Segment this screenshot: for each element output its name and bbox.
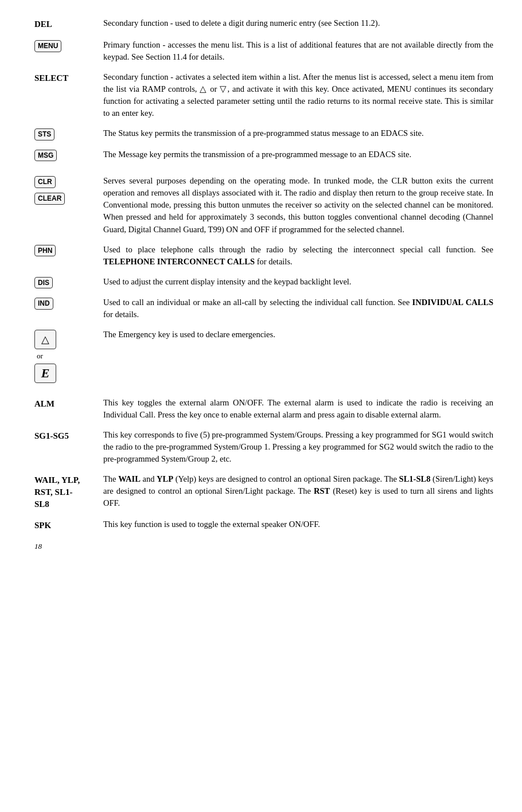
- desc-ind: Used to call an individual or make an al…: [103, 296, 493, 321]
- entry-dis: DIS Used to adjust the current display i…: [34, 276, 493, 289]
- clear-key-icon: CLEAR: [34, 193, 65, 205]
- entry-phn: PHN Used to place telephone calls throug…: [34, 244, 493, 268]
- msg-key-icon: MSG: [34, 150, 57, 162]
- label-emergency: △ or E: [34, 329, 103, 383]
- entry-alm: ALM This key toggles the external alarm …: [34, 397, 493, 421]
- label-dis: DIS: [34, 276, 103, 289]
- desc-dis: Used to adjust the current display inten…: [103, 276, 493, 288]
- desc-wail: The WAIL and YLP (Yelp) keys are designe…: [103, 473, 493, 509]
- label-menu: MENU: [34, 39, 103, 52]
- clr-key-icon: CLR: [34, 176, 56, 188]
- entry-emergency: △ or E The Emergency key is used to decl…: [34, 329, 493, 383]
- e-key-icon: E: [34, 364, 56, 383]
- desc-emergency: The Emergency key is used to declare eme…: [103, 329, 493, 341]
- or-label: or: [37, 351, 43, 362]
- label-del: DEL: [34, 17, 103, 31]
- desc-menu: Primary function - accesses the menu lis…: [103, 39, 493, 63]
- label-clr: CLR CLEAR: [34, 175, 103, 205]
- desc-spk: This key function is used to toggle the …: [103, 518, 493, 530]
- desc-sg1sg5: This key corresponds to five (5) pre-pro…: [103, 429, 493, 465]
- entry-select: SELECT Secondary function - activates a …: [34, 71, 493, 119]
- phn-key-icon: PHN: [34, 245, 56, 257]
- label-alm: ALM: [34, 397, 103, 411]
- label-wail: WAIL, YLP, RST, SL1- SL8: [34, 473, 103, 510]
- entry-ind: IND Used to call an individual or make a…: [34, 296, 493, 321]
- triangle-key-icon: △: [34, 330, 56, 349]
- entry-sg1sg5: SG1-SG5 This key corresponds to five (5)…: [34, 429, 493, 465]
- page-number: 18: [34, 542, 42, 551]
- entry-clr: CLR CLEAR Serves several purposes depend…: [34, 175, 493, 235]
- entry-sts: STS The Status key permits the transmiss…: [34, 127, 493, 140]
- page-content: DEL Secondary function - used to delete …: [34, 17, 493, 532]
- label-select: SELECT: [34, 71, 103, 85]
- label-phn: PHN: [34, 244, 103, 257]
- desc-sts: The Status key permits the transmission …: [103, 127, 493, 139]
- desc-msg: The Message key permits the transmission…: [103, 149, 493, 161]
- dis-key-icon: DIS: [34, 277, 53, 289]
- desc-alm: This key toggles the external alarm ON/O…: [103, 397, 493, 421]
- sts-key-icon: STS: [34, 128, 54, 140]
- menu-key-icon: MENU: [34, 40, 61, 52]
- entry-wail: WAIL, YLP, RST, SL1- SL8 The WAIL and YL…: [34, 473, 493, 510]
- desc-clr: Serves several purposes depending on the…: [103, 175, 493, 235]
- entry-msg: MSG The Message key permits the transmis…: [34, 149, 493, 162]
- entry-del: DEL Secondary function - used to delete …: [34, 17, 493, 31]
- desc-del: Secondary function - used to delete a di…: [103, 17, 493, 29]
- desc-phn: Used to place telephone calls through th…: [103, 244, 493, 268]
- label-msg: MSG: [34, 149, 103, 162]
- entry-spk: SPK This key function is used to toggle …: [34, 518, 493, 532]
- entry-menu: MENU Primary function - accesses the men…: [34, 39, 493, 63]
- ind-key-icon: IND: [34, 298, 53, 310]
- label-sts: STS: [34, 127, 103, 140]
- label-sg1sg5: SG1-SG5: [34, 429, 103, 443]
- desc-select: Secondary function - activates a selecte…: [103, 71, 493, 119]
- label-ind: IND: [34, 296, 103, 310]
- label-spk: SPK: [34, 518, 103, 532]
